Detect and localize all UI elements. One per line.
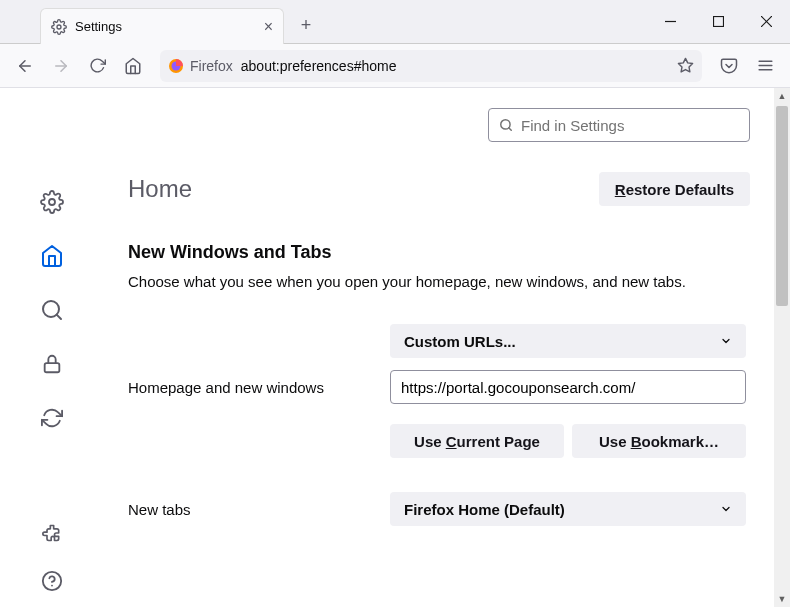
scroll-down-arrow[interactable]: ▼ [774,591,790,607]
new-tab-button[interactable]: + [290,9,322,41]
preferences-sidebar [0,88,104,607]
maximize-button[interactable] [694,0,742,43]
scrollbar[interactable]: ▲ ▼ [774,88,790,607]
homepage-mode-value: Custom URLs... [404,333,516,350]
identity-label: Firefox [190,58,233,74]
content-area: Find in Settings Home Restore Defaults N… [0,88,790,607]
search-input[interactable]: Find in Settings [488,108,750,142]
svg-marker-9 [678,58,692,71]
close-icon[interactable]: × [264,18,273,36]
home-button[interactable] [116,49,150,83]
use-current-page-button[interactable]: Use Current Page [390,424,564,458]
close-window-button[interactable] [742,0,790,43]
navigation-toolbar: Firefox about:preferences#home [0,44,790,88]
chevron-down-icon [720,335,732,347]
svg-point-0 [57,25,61,29]
app-menu-button[interactable] [748,49,782,83]
window-controls [646,0,790,43]
restore-defaults-button[interactable]: Restore Defaults [599,172,750,206]
scroll-up-arrow[interactable]: ▲ [774,88,790,104]
minimize-button[interactable] [646,0,694,43]
sidebar-sync[interactable] [38,404,66,432]
sidebar-search[interactable] [38,296,66,324]
sidebar-home[interactable] [38,242,66,270]
homepage-mode-select[interactable]: Custom URLs... [390,324,746,358]
svg-rect-2 [713,16,723,26]
tab-title: Settings [75,19,122,34]
preferences-main: Find in Settings Home Restore Defaults N… [104,88,790,607]
newtabs-select[interactable]: Firefox Home (Default) [390,492,746,526]
chevron-down-icon [720,503,732,515]
tab-settings[interactable]: Settings × [40,8,284,44]
sidebar-privacy[interactable] [38,350,66,378]
firefox-logo-icon [168,58,184,74]
titlebar: Settings × + [0,0,790,44]
sidebar-extensions[interactable] [38,519,66,547]
forward-button [44,49,78,83]
page-title: Home [128,175,192,203]
newtabs-label: New tabs [128,501,378,518]
sidebar-general[interactable] [38,188,66,216]
pocket-button[interactable] [712,49,746,83]
svg-line-15 [57,315,61,319]
search-placeholder: Find in Settings [521,117,624,134]
back-button[interactable] [8,49,42,83]
homepage-label: Homepage and new windows [128,379,378,396]
sidebar-help[interactable] [38,567,66,595]
bookmark-star-icon[interactable] [677,57,694,74]
use-bookmark-button[interactable]: Use Bookmark… [572,424,746,458]
homepage-url-input[interactable] [390,370,746,404]
scroll-thumb[interactable] [776,106,788,306]
search-icon [499,118,513,132]
url-text: about:preferences#home [241,58,397,74]
identity-box[interactable]: Firefox [168,58,233,74]
svg-line-20 [509,128,512,131]
section-heading: New Windows and Tabs [128,242,750,263]
reload-button[interactable] [80,49,114,83]
svg-point-13 [49,199,55,205]
gear-icon [51,19,67,35]
newtabs-value: Firefox Home (Default) [404,501,565,518]
section-description: Choose what you see when you open your h… [128,273,750,290]
svg-rect-16 [45,363,60,372]
url-bar[interactable]: Firefox about:preferences#home [160,50,702,82]
